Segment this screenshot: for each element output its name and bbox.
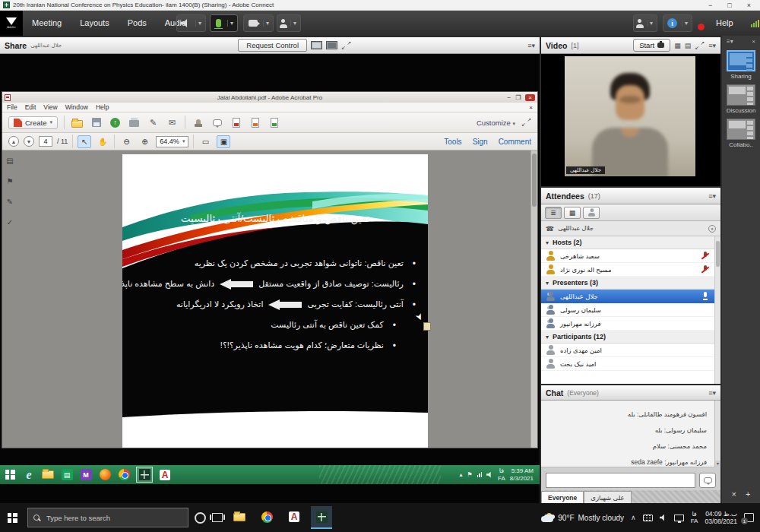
connect-taskbar-icon[interactable] [136, 467, 153, 483]
attendee-row[interactable]: امید نیک بخت [541, 357, 714, 371]
tray-expand-icon[interactable]: ▴ [459, 471, 462, 478]
grid-view-icon[interactable]: ▦ [674, 42, 681, 49]
volume-icon[interactable] [660, 515, 667, 521]
comment-link[interactable]: Comment [499, 138, 531, 146]
acrobat-taskbar-icon[interactable]: A [158, 468, 172, 482]
task-view-icon[interactable] [212, 513, 223, 522]
menu-pods[interactable]: Pods [119, 11, 156, 36]
send-message-button[interactable] [699, 473, 716, 488]
filmstrip-view-icon[interactable]: ▤ [685, 42, 692, 49]
fit-width-icon[interactable]: ▭ [198, 135, 212, 148]
pod-view-toggle-icon[interactable] [311, 41, 322, 49]
menu-meeting[interactable]: Meeting [23, 11, 71, 36]
minimize-button[interactable]: − [708, 1, 712, 10]
connect-active-app-icon[interactable] [311, 506, 332, 529]
page-thumbnails-icon[interactable]: ▤ [6, 157, 13, 165]
taskbar-clock[interactable]: ب.ظ 04:09 03/08/2021 [705, 510, 737, 525]
breakout-view-button[interactable] [583, 207, 600, 219]
attendee-group-hosts[interactable]: ▾ Hosts (2) [541, 236, 714, 249]
layout-discussion-label[interactable]: Discussion [722, 107, 760, 114]
attendee-row[interactable]: امین مهدی زاده [541, 344, 714, 357]
layout-sharing-thumbnail[interactable] [727, 50, 755, 71]
tray-volume-icon[interactable] [486, 472, 493, 478]
layout-collaboration-label[interactable]: Collabo.. [722, 141, 760, 148]
export-pdf-icon[interactable] [268, 117, 280, 128]
start-webcam-button[interactable]: Start [633, 39, 670, 52]
taskbar-search[interactable] [27, 508, 188, 527]
presenter-start-button[interactable] [3, 468, 17, 482]
help-link[interactable]: Help [716, 18, 733, 27]
previous-page-icon[interactable]: ▲ [8, 136, 19, 147]
video-pod-menu-icon[interactable]: ≡▾ [708, 42, 716, 49]
attachments-icon[interactable]: ✎ [7, 198, 13, 206]
sticky-note-icon[interactable] [211, 117, 223, 128]
office-m-icon[interactable]: M [79, 468, 93, 482]
next-page-icon[interactable]: ▼ [24, 136, 34, 147]
pod-view-toggle2-icon[interactable] [326, 41, 337, 49]
acrobat-menu-file[interactable]: File [7, 103, 17, 111]
webcam-button[interactable]: ▾ [243, 14, 274, 32]
request-control-button[interactable]: Request Control [238, 39, 307, 52]
attendee-row-selected[interactable]: جلال عبداللهی [541, 290, 714, 303]
chat-input[interactable] [546, 473, 695, 488]
sign-link[interactable]: Sign [473, 138, 488, 146]
attendee-row[interactable]: سعید شاهرخی [541, 249, 714, 263]
edit-icon[interactable]: ✎ [147, 117, 160, 128]
list-view-button[interactable]: ≣ [545, 207, 562, 219]
file-explorer-taskbar-icon[interactable] [229, 506, 250, 529]
menu-layouts[interactable]: Layouts [71, 11, 119, 36]
acrobat-menu-view[interactable]: View [43, 103, 57, 111]
connection-signal-icon[interactable] [751, 20, 759, 27]
video-fullscreen-icon[interactable]: ↗↙ [695, 41, 705, 50]
layout-discussion-thumbnail[interactable] [727, 84, 755, 106]
speaker-button[interactable]: ▾ [176, 14, 206, 32]
toolbar-expand-icon[interactable]: ↗↙ [521, 118, 531, 127]
grid-view-button[interactable]: ▦ [564, 207, 581, 219]
document-scrollbar[interactable] [530, 150, 537, 448]
add-tab-icon[interactable]: + [746, 489, 750, 499]
cortana-icon[interactable] [195, 512, 206, 524]
attach-pdf-icon[interactable] [230, 117, 242, 128]
attendee-row[interactable]: فرزانه مهرانپور [541, 317, 714, 331]
share-pod-menu-icon[interactable]: ≡▾ [527, 42, 535, 49]
action-center-icon[interactable]: 1 [744, 513, 754, 522]
page-number-input[interactable] [39, 136, 52, 147]
access-taskbar-icon[interactable]: A [283, 506, 305, 529]
info-button[interactable]: i▾ [663, 14, 692, 32]
tools-link[interactable]: Tools [444, 138, 461, 146]
acrobat-close-button[interactable]: × [525, 94, 535, 101]
attendees-scrollbar[interactable] [714, 236, 720, 384]
layout-collaboration-thumbnail[interactable] [727, 119, 755, 140]
scroll-down-icon[interactable]: ▾ [715, 461, 720, 467]
hand-tool-icon[interactable]: ✋ [96, 135, 109, 148]
acrobat-menu-edit[interactable]: Edit [25, 103, 36, 111]
maximize-button[interactable]: □ [727, 1, 731, 10]
email-icon[interactable]: ✉ [166, 117, 179, 128]
tray-flag-icon[interactable]: ⚑ [467, 471, 472, 478]
language-indicator[interactable]: فا FA [691, 511, 698, 524]
stamp-icon[interactable] [192, 117, 204, 128]
fullscreen-icon[interactable]: ↗↙ [341, 41, 351, 50]
save-icon[interactable] [90, 117, 103, 128]
chat-pod-menu-icon[interactable]: ≡▾ [708, 389, 716, 397]
document-close-icon[interactable]: × [529, 104, 533, 111]
print-icon[interactable] [128, 117, 141, 128]
presenter-language-indicator[interactable]: فا FA [498, 467, 505, 483]
chrome-taskbar-icon[interactable] [256, 506, 277, 529]
tray-expand-icon[interactable]: ∧ [631, 514, 636, 521]
chrome-icon[interactable] [117, 468, 131, 482]
close-button[interactable]: × [747, 1, 751, 10]
tray-network-icon[interactable] [477, 472, 483, 477]
ie-icon[interactable]: e [22, 468, 36, 482]
chat-scrollbar[interactable]: ▾ [714, 401, 720, 467]
bookmarks-icon[interactable]: ⚑ [7, 177, 14, 185]
chat-tab-private[interactable]: علی شهبازی [584, 491, 631, 503]
convert-pdf-icon[interactable] [249, 117, 261, 128]
layout-sharing-label[interactable]: Sharing [722, 73, 760, 80]
store-icon[interactable]: ▤ [60, 468, 74, 482]
signatures-icon[interactable]: ✓ [7, 218, 13, 226]
firefox-icon[interactable] [98, 468, 112, 482]
share-upload-icon[interactable]: ↑ [109, 117, 122, 128]
layouts-menu-icon[interactable]: ≡▾ [727, 38, 733, 45]
open-file-icon[interactable] [71, 117, 84, 128]
